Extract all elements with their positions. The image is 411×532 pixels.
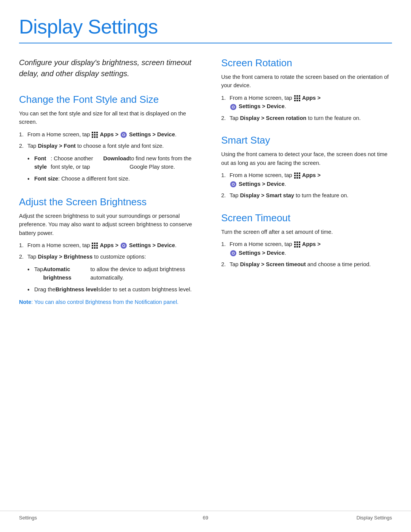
gear-icon [120, 242, 127, 249]
gear-icon [230, 104, 237, 110]
svg-rect-38 [299, 173, 300, 174]
svg-rect-20 [96, 247, 98, 249]
svg-rect-26 [299, 95, 300, 97]
svg-point-47 [233, 184, 234, 185]
svg-point-59 [233, 252, 234, 254]
steps-list-rotation: 1. From a Home screen, tap Apps > [221, 94, 392, 122]
svg-rect-27 [294, 97, 296, 99]
gear-icon [120, 131, 127, 138]
footer-center: 69 [203, 515, 208, 521]
svg-rect-53 [299, 244, 300, 245]
content-columns: Configure your display's brightness, scr… [19, 57, 392, 318]
svg-rect-37 [296, 173, 298, 174]
step-content: From a Home screen, tap Apps > [27, 130, 198, 139]
step-number: 1. [221, 240, 229, 248]
section-heading-change-font: Change the Font Style and Size [19, 94, 198, 105]
bullet-item: Font size: Choose a different font size. [27, 174, 198, 184]
svg-rect-14 [96, 243, 98, 244]
step-item: 1. From a Home screen, tap Apps > [221, 94, 392, 111]
step-number: 2. [221, 191, 229, 200]
section-adjust-brightness: Adjust the Screen Brightness Adjust the … [19, 196, 198, 307]
svg-rect-19 [94, 247, 96, 249]
svg-rect-43 [296, 177, 298, 179]
step-content: Tap Display > Font to choose a font styl… [27, 142, 198, 150]
step-number: 2. [221, 260, 229, 268]
left-column: Configure your display's brightness, scr… [19, 57, 198, 318]
step-item: 2. Tap Display > Screen timeout and choo… [221, 260, 392, 268]
bullet-list-font: Font style: Choose another font style, o… [27, 154, 198, 184]
step-item: 1. From a Home screen, tap Apps > [19, 241, 198, 249]
svg-rect-41 [299, 175, 300, 176]
svg-rect-13 [94, 243, 96, 244]
svg-rect-24 [294, 95, 296, 97]
step-content: From a Home screen, tap Apps > [229, 171, 392, 188]
title-rule [19, 43, 392, 43]
step-item: 2. Tap Display > Smart stay to turn the … [221, 191, 392, 200]
svg-rect-12 [92, 243, 93, 244]
section-heading-timeout: Screen Timeout [221, 212, 392, 224]
step-number: 1. [221, 94, 229, 102]
section-body-smart-stay: Using the front camera to detect your fa… [221, 150, 392, 167]
svg-rect-30 [294, 100, 296, 101]
apps-icon [294, 173, 300, 179]
step-item: 2. Tap Display > Font to choose a font s… [19, 142, 198, 150]
section-body-change-font: You can set the font style and size for … [19, 109, 198, 126]
svg-rect-40 [296, 175, 298, 176]
svg-rect-16 [94, 245, 96, 246]
apps-icon [294, 241, 300, 248]
step-number: 1. [221, 171, 229, 179]
apps-icon [294, 95, 300, 101]
steps-list-change-font: 1. From a Home screen, tap Apps > [19, 130, 198, 150]
svg-rect-28 [296, 97, 298, 99]
step-number: 2. [19, 252, 27, 261]
footer-left: Settings [19, 515, 37, 521]
svg-rect-5 [96, 134, 98, 136]
svg-rect-54 [294, 246, 296, 248]
step-content: Tap Display > Smart stay to turn the fea… [229, 191, 392, 200]
svg-rect-39 [294, 175, 296, 176]
svg-point-23 [123, 245, 125, 247]
svg-rect-49 [296, 241, 298, 243]
steps-list-smart-stay: 1. From a Home screen, tap Apps > [221, 171, 392, 200]
step-content: Tap Display > Screen timeout and choose … [229, 260, 392, 268]
step-number: 2. [19, 142, 27, 150]
svg-point-11 [123, 134, 125, 136]
note-text: Note: You can also control Brightness fr… [19, 298, 198, 306]
svg-rect-50 [299, 241, 300, 243]
intro-text: Configure your display's brightness, scr… [19, 57, 198, 79]
step-content: From a Home screen, tap Apps > [229, 94, 392, 111]
step-number: 2. [221, 114, 229, 122]
bullet-item: Font style: Choose another font style, o… [27, 154, 198, 171]
svg-rect-1 [94, 132, 96, 133]
gear-icon [230, 181, 237, 188]
svg-rect-56 [299, 246, 300, 248]
steps-list-brightness: 1. From a Home screen, tap Apps > [19, 241, 198, 261]
apps-icon [92, 243, 98, 249]
svg-rect-7 [94, 136, 96, 138]
gear-icon [230, 250, 237, 257]
section-screen-timeout: Screen Timeout Turn the screen off after… [221, 212, 392, 269]
step-item: 2. Tap Display > Brightness to customize… [19, 252, 198, 261]
step-item: 1. From a Home screen, tap Apps > [221, 171, 392, 188]
apps-icon [92, 132, 98, 138]
svg-rect-42 [294, 177, 296, 179]
step-content: Tap Display > Brightness to customize op… [27, 252, 198, 261]
page-footer: Settings 69 Display Settings [0, 511, 411, 521]
step-item: 1. From a Home screen, tap Apps > [221, 240, 392, 257]
right-column: Screen Rotation Use the front camera to … [221, 57, 392, 318]
svg-rect-51 [294, 244, 296, 245]
page-wrapper: Display Settings Configure your display'… [0, 0, 411, 349]
svg-rect-17 [96, 245, 98, 246]
step-number: 1. [19, 130, 27, 139]
svg-rect-2 [96, 132, 98, 133]
svg-rect-55 [296, 246, 298, 248]
bullet-item: Drag the Brightness level slider to set … [27, 285, 198, 295]
section-change-font: Change the Font Style and Size You can s… [19, 94, 198, 184]
step-content: Tap Display > Screen rotation to turn th… [229, 114, 392, 122]
svg-rect-3 [92, 134, 93, 136]
step-content: From a Home screen, tap Apps > [27, 241, 198, 249]
svg-point-35 [233, 106, 234, 108]
section-screen-rotation: Screen Rotation Use the front camera to … [221, 57, 392, 122]
bullet-list-brightness: Tap Automatic brightness to allow the de… [27, 265, 198, 295]
svg-rect-48 [294, 241, 296, 243]
